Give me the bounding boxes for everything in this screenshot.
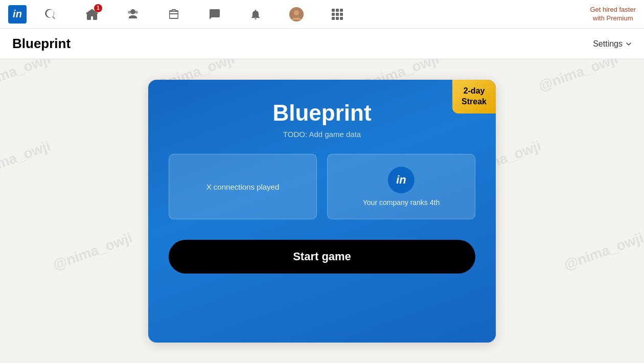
logo-text: in [13, 8, 22, 20]
notifications-nav-item[interactable] [235, 0, 276, 29]
linkedin-logo[interactable]: in [8, 5, 27, 24]
settings-button[interactable]: Settings [593, 39, 632, 49]
main-content: @nima_owji @nima_owji @nima_owji @nima_o… [0, 59, 644, 363]
svg-point-1 [128, 11, 131, 14]
apps-nav-item[interactable] [317, 0, 358, 29]
svg-point-0 [135, 11, 138, 14]
network-nav-item[interactable] [112, 0, 153, 29]
stats-row: X connections played in Your company ran… [169, 154, 475, 219]
streak-line2: Streak [462, 97, 487, 106]
jobs-icon [168, 8, 180, 20]
premium-line1: Get hired faster [590, 6, 636, 14]
watermark-8: @nima_owji [51, 230, 134, 274]
profile-nav-item[interactable] [276, 0, 317, 29]
subheader: Blueprint Settings [0, 29, 644, 59]
company-rank: Your company ranks 4th [363, 198, 440, 207]
company-logo-text: in [396, 173, 406, 187]
watermark-1: @nima_owji [0, 59, 53, 95]
messaging-nav-item[interactable] [194, 0, 235, 29]
connections-text: X connections played [206, 183, 280, 191]
connections-stat: X connections played [169, 154, 317, 219]
chevron-down-icon [626, 41, 632, 47]
game-title: Blueprint [272, 100, 371, 126]
company-logo: in [388, 167, 415, 193]
streak-line1: 2-day [464, 86, 485, 95]
navbar-left: in [8, 5, 31, 24]
home-nav-item[interactable]: 1 [72, 0, 112, 29]
streak-badge: 2-day Streak [452, 80, 496, 114]
nav-icons: 1 [31, 0, 590, 29]
game-subtitle: TODO: Add game data [283, 130, 361, 139]
company-stat: in Your company ranks 4th [327, 154, 475, 219]
game-card: 2-day Streak Blueprint TODO: Add game da… [148, 80, 496, 343]
avatar [289, 7, 304, 21]
navbar: in 1 [0, 0, 644, 29]
start-game-button[interactable]: Start game [169, 240, 475, 274]
messaging-icon [209, 8, 221, 20]
svg-point-3 [294, 10, 299, 15]
search-icon [45, 8, 57, 20]
jobs-nav-item[interactable] [153, 0, 194, 29]
settings-label: Settings [593, 39, 623, 49]
network-icon [127, 8, 139, 20]
search-nav-item[interactable] [31, 0, 72, 29]
watermark-5: @nima_owji [0, 138, 53, 182]
premium-link[interactable]: Get hired faster with Premium [590, 6, 636, 23]
watermark-4: @nima_owji [536, 59, 620, 95]
page-title: Blueprint [12, 36, 71, 52]
premium-line2: with Premium [590, 14, 636, 23]
notifications-icon [249, 8, 262, 20]
grid-icon [332, 9, 343, 20]
home-badge: 1 [94, 4, 102, 12]
watermark-10: @nima_owji [562, 230, 644, 274]
avatar-image [289, 7, 304, 21]
